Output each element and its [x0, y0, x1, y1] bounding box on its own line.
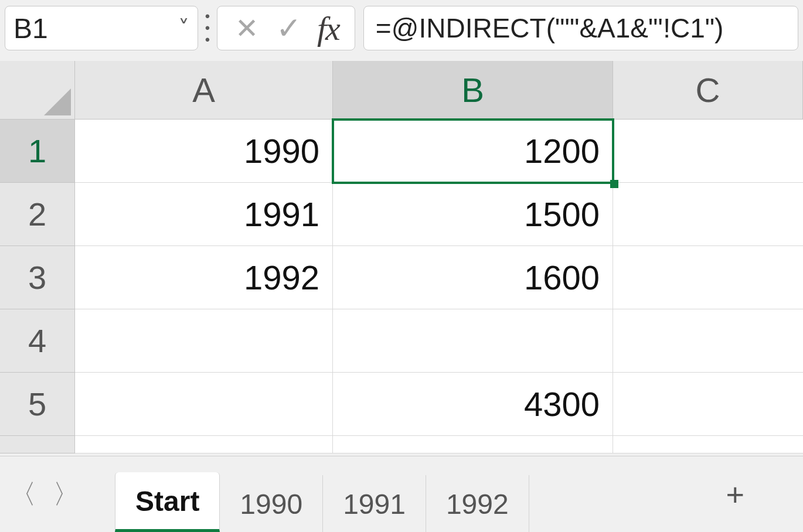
row-header-3[interactable]: 3: [0, 246, 75, 309]
prev-sheet-button[interactable]: 〈: [9, 476, 36, 513]
table-row: 1 1990 1200: [0, 120, 803, 183]
cell-B3[interactable]: 1600: [333, 246, 613, 309]
grid-rows: 1 1990 1200 2 1991 1500 3 1992 1600 4 5 …: [0, 120, 803, 453]
chevron-down-icon[interactable]: ˅: [178, 15, 189, 41]
spreadsheet-grid: A B C 1 1990 1200 2 1991 1500 3 1992 160…: [0, 61, 803, 453]
name-box-value: B1: [13, 12, 178, 45]
cell-C4[interactable]: [613, 309, 803, 373]
cell-B4[interactable]: [333, 309, 613, 373]
cell-C5[interactable]: [613, 373, 803, 436]
row-header-1[interactable]: 1: [0, 120, 75, 183]
sheet-tabs: Start 1990 1991 1992: [115, 456, 529, 532]
fx-icon[interactable]: fx: [315, 9, 342, 48]
table-row: 4: [0, 309, 803, 373]
sheet-tab-start[interactable]: Start: [115, 472, 220, 532]
cell-A2[interactable]: 1991: [75, 183, 333, 246]
sheet-tab-1992[interactable]: 1992: [426, 475, 529, 532]
cell-B2[interactable]: 1500: [333, 183, 613, 246]
cell-A3[interactable]: 1992: [75, 246, 333, 309]
table-row: 3 1992 1600: [0, 246, 803, 309]
fx-button-group: ✕ ✓ fx: [217, 6, 355, 50]
cell-partial[interactable]: [333, 436, 613, 453]
formula-bar: B1 ˅ ••• ✕ ✓ fx =@INDIRECT("'"&A1&"'!C1"…: [0, 0, 803, 61]
sheet-tab-1990[interactable]: 1990: [220, 475, 323, 532]
add-sheet-button[interactable]: +: [702, 476, 768, 513]
cancel-formula-button[interactable]: ✕: [230, 12, 263, 45]
row-header-partial[interactable]: [0, 436, 75, 453]
sheet-nav-arrows: 〈 〉: [9, 476, 115, 513]
fill-handle[interactable]: [610, 180, 618, 188]
formula-text: =@INDIRECT("'"&A1&"'!C1"): [376, 12, 724, 44]
select-all-corner[interactable]: [0, 61, 75, 120]
sheet-tab-bar: 〈 〉 Start 1990 1991 1992 +: [0, 456, 803, 532]
cell-C1[interactable]: [613, 120, 803, 183]
cell-A5[interactable]: [75, 373, 333, 436]
separator-icon: •••: [206, 13, 209, 43]
cell-A1[interactable]: 1990: [75, 120, 333, 183]
column-header-A[interactable]: A: [75, 61, 333, 120]
name-box[interactable]: B1 ˅: [5, 6, 198, 50]
next-sheet-button[interactable]: 〉: [53, 476, 80, 513]
column-headers: A B C: [0, 61, 803, 120]
cell-B1[interactable]: 1200: [333, 120, 613, 183]
row-header-5[interactable]: 5: [0, 373, 75, 436]
row-header-4[interactable]: 4: [0, 309, 75, 373]
formula-input[interactable]: =@INDIRECT("'"&A1&"'!C1"): [363, 6, 798, 50]
table-row: 2 1991 1500: [0, 183, 803, 246]
column-header-B[interactable]: B: [333, 61, 613, 120]
enter-formula-button[interactable]: ✓: [273, 11, 305, 46]
row-header-2[interactable]: 2: [0, 183, 75, 246]
sheet-tab-1991[interactable]: 1991: [323, 475, 426, 532]
table-row: [0, 436, 803, 453]
cell-C3[interactable]: [613, 246, 803, 309]
cell-A4[interactable]: [75, 309, 333, 373]
cell-partial[interactable]: [613, 436, 803, 453]
column-header-C[interactable]: C: [613, 61, 803, 120]
cell-partial[interactable]: [75, 436, 333, 453]
cell-B5[interactable]: 4300: [333, 373, 613, 436]
table-row: 5 4300: [0, 373, 803, 436]
cell-C2[interactable]: [613, 183, 803, 246]
